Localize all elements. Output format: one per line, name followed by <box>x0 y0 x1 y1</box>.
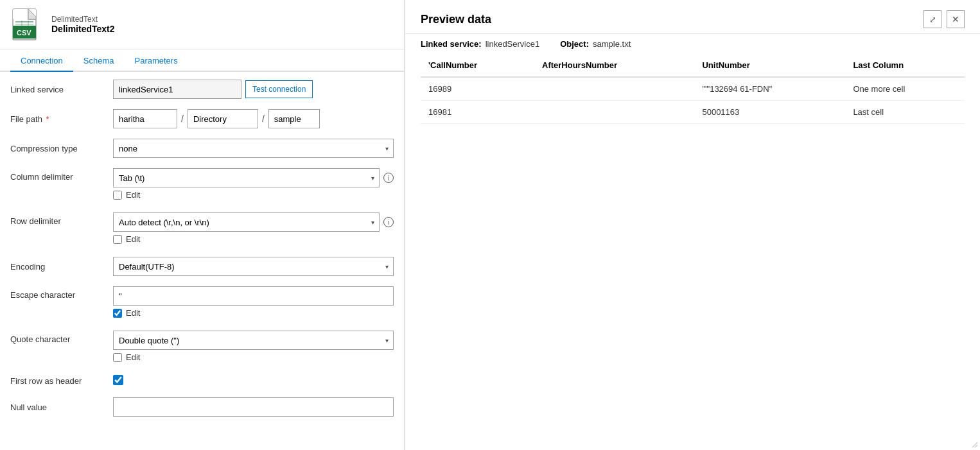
file-path-control: / / <box>113 109 394 128</box>
first-row-header-control <box>113 375 394 387</box>
escape-edit-checkbox[interactable] <box>113 309 122 318</box>
compression-type-select[interactable]: none gzip bzip2 <box>113 139 394 158</box>
test-connection-button[interactable]: Test connection <box>245 80 313 98</box>
row-delimiter-select[interactable]: Auto detect (\r,\n, or \r\n) \r\n \n <box>113 212 380 232</box>
escape-character-input[interactable] <box>113 286 394 306</box>
resize-indicator <box>970 440 977 447</box>
preview-header: Preview data ⤢ ✕ <box>405 0 980 34</box>
column-delimiter-control: Tab (\t) Comma (,) Semicolon (;) ▾ i Ed <box>113 168 394 202</box>
form-container: Linked service Test connection File path… <box>0 72 404 445</box>
quote-character-control: Double quote (") Single quote (') No quo… <box>113 331 394 365</box>
column-delimiter-edit-checkbox[interactable] <box>113 191 122 200</box>
row-delimiter-row: Row delimiter Auto detect (\r,\n, or \r\… <box>10 212 394 247</box>
preview-header-actions: ⤢ ✕ <box>923 10 965 28</box>
null-value-input[interactable] <box>113 397 394 417</box>
encoding-control: Default(UTF-8) UTF-16 ASCII ▾ <box>113 257 394 276</box>
quote-character-label: Quote character <box>10 331 113 344</box>
row-delimiter-edit-row: Edit <box>113 234 394 244</box>
cell-after-hours-2 <box>534 101 694 124</box>
object-meta-value: sample.txt <box>593 39 631 49</box>
cell-after-hours-1 <box>534 77 694 101</box>
linked-service-meta-value: linkedService1 <box>486 39 540 49</box>
linked-service-label: Linked service <box>10 85 113 94</box>
file-path-input-1[interactable] <box>113 109 177 128</box>
first-row-header-checkbox[interactable] <box>113 375 123 385</box>
column-delimiter-select[interactable]: Tab (\t) Comma (,) Semicolon (;) <box>113 168 380 187</box>
linked-service-input[interactable] <box>113 80 241 99</box>
path-separator-2: / <box>261 114 266 124</box>
svg-line-8 <box>972 442 977 447</box>
escape-character-row: Escape character Edit <box>10 286 394 320</box>
file-path-label: File path * <box>10 114 113 124</box>
csv-icon: CSV <box>10 8 44 41</box>
row-delimiter-edit-checkbox[interactable] <box>113 235 122 244</box>
linked-service-row: Linked service Test connection <box>10 80 394 99</box>
dataset-type: DelimitedText <box>51 15 115 24</box>
escape-character-label: Escape character <box>10 286 113 300</box>
file-path-row: File path * / / <box>10 109 394 128</box>
quote-edit-checkbox[interactable] <box>113 353 122 362</box>
preview-table-container: 'CallNumber AfterHoursNumber UnitNumber … <box>405 54 980 450</box>
quote-edit-label: Edit <box>126 352 140 362</box>
expand-icon: ⤢ <box>929 15 936 24</box>
quote-character-row: Quote character Double quote (") Single … <box>10 331 394 365</box>
dataset-info: DelimitedText DelimitedText2 <box>51 15 115 34</box>
tab-connection[interactable]: Connection <box>10 49 73 72</box>
encoding-label: Encoding <box>10 262 113 272</box>
svg-text:CSV: CSV <box>17 29 31 37</box>
preview-table-body: 16989 ""'132694 61-FDN" One more cell 16… <box>421 77 965 124</box>
svg-line-9 <box>975 445 977 447</box>
close-icon: ✕ <box>952 14 959 24</box>
cell-last-column-1: One more cell <box>845 77 965 101</box>
expand-button[interactable]: ⤢ <box>923 10 941 28</box>
null-value-label: Null value <box>10 402 113 412</box>
tab-parameters[interactable]: Parameters <box>124 49 188 72</box>
compression-type-row: Compression type none gzip bzip2 ▾ <box>10 139 394 158</box>
object-meta: Object: sample.txt <box>560 39 631 49</box>
column-delimiter-edit-row: Edit <box>113 190 394 200</box>
col-header-unit-number: UnitNumber <box>694 54 845 77</box>
encoding-row: Encoding Default(UTF-8) UTF-16 ASCII ▾ <box>10 257 394 276</box>
linked-service-meta: Linked service: linkedService1 <box>421 39 539 49</box>
null-value-control <box>113 397 394 417</box>
cell-unit-number-2: 50001163 <box>694 101 845 124</box>
preview-title: Preview data <box>421 13 491 26</box>
linked-service-control: Test connection <box>113 80 394 99</box>
escape-character-control: Edit <box>113 286 394 320</box>
cell-last-column-2: Last cell <box>845 101 965 124</box>
file-path-input-3[interactable] <box>268 109 320 128</box>
preview-table-header-row: 'CallNumber AfterHoursNumber UnitNumber … <box>421 54 965 77</box>
row-delimiter-edit-label: Edit <box>126 234 140 244</box>
row-delimiter-control: Auto detect (\r,\n, or \r\n) \r\n \n ▾ i <box>113 212 394 247</box>
null-value-row: Null value <box>10 397 394 417</box>
escape-edit-row: Edit <box>113 308 394 318</box>
quote-edit-row: Edit <box>113 352 394 362</box>
path-separator-1: / <box>180 114 185 124</box>
column-delimiter-edit-label: Edit <box>126 190 140 200</box>
column-delimiter-info-icon[interactable]: i <box>383 173 394 183</box>
col-header-after-hours: AfterHoursNumber <box>534 54 694 77</box>
compression-type-control: none gzip bzip2 ▾ <box>113 139 394 158</box>
preview-table-head: 'CallNumber AfterHoursNumber UnitNumber … <box>421 54 965 77</box>
cell-unit-number-1: ""'132694 61-FDN" <box>694 77 845 101</box>
col-header-last-column: Last Column <box>845 54 965 77</box>
preview-panel: Preview data ⤢ ✕ Linked service: linkedS… <box>405 0 980 450</box>
preview-table: 'CallNumber AfterHoursNumber UnitNumber … <box>421 54 965 124</box>
tabs-bar: Connection Schema Parameters <box>0 49 404 72</box>
first-row-header-row: First row as header <box>10 375 394 387</box>
first-row-header-label: First row as header <box>10 376 113 386</box>
escape-edit-label: Edit <box>126 308 140 318</box>
column-delimiter-row: Column delimiter Tab (\t) Comma (,) Semi… <box>10 168 394 202</box>
linked-service-meta-label: Linked service: <box>421 39 482 49</box>
file-path-input-2[interactable] <box>188 109 258 128</box>
encoding-select[interactable]: Default(UTF-8) UTF-16 ASCII <box>113 257 394 276</box>
tab-schema[interactable]: Schema <box>73 49 125 72</box>
cell-call-number-2: 16981 <box>421 101 534 124</box>
dataset-name: DelimitedText2 <box>51 24 115 34</box>
table-row: 16989 ""'132694 61-FDN" One more cell <box>421 77 965 101</box>
close-button[interactable]: ✕ <box>947 10 965 28</box>
row-delimiter-info-icon[interactable]: i <box>383 217 394 227</box>
preview-meta: Linked service: linkedService1 Object: s… <box>405 34 980 54</box>
cell-call-number-1: 16989 <box>421 77 534 101</box>
quote-character-select[interactable]: Double quote (") Single quote (') No quo… <box>113 331 394 350</box>
